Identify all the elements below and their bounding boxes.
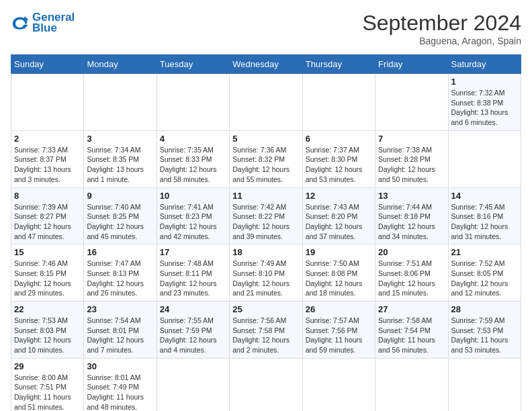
calendar-day: 20Sunrise: 7:51 AMSunset: 8:06 PMDayligh… [375,244,448,302]
calendar-day: 2Sunrise: 7:33 AMSunset: 8:37 PMDaylight… [11,130,84,187]
calendar-day: 14Sunrise: 7:45 AMSunset: 8:16 PMDayligh… [448,187,521,244]
calendar-day [157,358,229,411]
calendar-day [448,130,521,187]
calendar-day [375,358,448,411]
calendar-day: 9Sunrise: 7:40 AMSunset: 8:25 PMDaylight… [84,187,157,244]
calendar-day: 25Sunrise: 7:56 AMSunset: 7:58 PMDayligh… [230,302,302,359]
calendar-week: 8Sunrise: 7:39 AMSunset: 8:27 PMDaylight… [11,187,521,244]
calendar-day: 6Sunrise: 7:37 AMSunset: 8:30 PMDaylight… [302,130,375,187]
calendar-day [302,358,375,411]
calendar-day: 5Sunrise: 7:36 AMSunset: 8:32 PMDaylight… [230,130,302,187]
col-header-thursday: Thursday [302,55,375,74]
calendar-day: 7Sunrise: 7:38 AMSunset: 8:28 PMDaylight… [375,130,448,187]
col-header-tuesday: Tuesday [157,55,229,74]
calendar-week: 22Sunrise: 7:53 AMSunset: 8:03 PMDayligh… [11,302,521,359]
calendar-week: 2Sunrise: 7:33 AMSunset: 8:37 PMDaylight… [11,130,521,187]
empty-cell [84,74,157,131]
calendar-day: 12Sunrise: 7:43 AMSunset: 8:20 PMDayligh… [302,187,375,244]
calendar-day: 19Sunrise: 7:50 AMSunset: 8:08 PMDayligh… [302,244,375,302]
calendar-day: 16Sunrise: 7:47 AMSunset: 8:13 PMDayligh… [84,244,157,302]
calendar-week: 1Sunrise: 7:32 AMSunset: 8:38 PMDaylight… [11,74,521,131]
calendar-day: 27Sunrise: 7:58 AMSunset: 7:54 PMDayligh… [375,302,448,359]
col-header-friday: Friday [375,55,448,74]
calendar-day: 15Sunrise: 7:46 AMSunset: 8:15 PMDayligh… [11,244,84,302]
calendar-day: 24Sunrise: 7:55 AMSunset: 7:59 PMDayligh… [157,302,229,359]
empty-cell [302,74,375,131]
empty-cell [230,74,302,131]
col-header-sunday: Sunday [11,55,84,74]
col-header-monday: Monday [84,55,157,74]
header-row: SundayMondayTuesdayWednesdayThursdayFrid… [11,55,521,74]
calendar-day: 28Sunrise: 7:59 AMSunset: 7:53 PMDayligh… [448,302,521,359]
empty-cell [11,74,84,131]
title-block: September 2024 Baguena, Aragon, Spain [362,11,521,46]
col-header-saturday: Saturday [448,55,521,74]
calendar-day: 17Sunrise: 7:48 AMSunset: 8:11 PMDayligh… [157,244,229,302]
calendar-day: 1Sunrise: 7:32 AMSunset: 8:38 PMDaylight… [448,74,521,131]
logo: General Blue [11,11,75,35]
calendar-day: 3Sunrise: 7:34 AMSunset: 8:35 PMDaylight… [84,130,157,187]
empty-cell [375,74,448,131]
empty-cell [157,74,229,131]
calendar-week: 29Sunrise: 8:00 AMSunset: 7:51 PMDayligh… [11,358,521,411]
logo-icon [11,13,30,32]
calendar-day: 30Sunrise: 8:01 AMSunset: 7:49 PMDayligh… [84,358,157,411]
calendar-day: 29Sunrise: 8:00 AMSunset: 7:51 PMDayligh… [11,358,84,411]
page-header: General Blue September 2024 Baguena, Ara… [11,11,521,46]
col-header-wednesday: Wednesday [230,55,302,74]
calendar-day: 23Sunrise: 7:54 AMSunset: 8:01 PMDayligh… [84,302,157,359]
month-title: September 2024 [362,11,521,36]
calendar-day: 4Sunrise: 7:35 AMSunset: 8:33 PMDaylight… [157,130,229,187]
location: Baguena, Aragon, Spain [362,36,521,46]
logo-text: General Blue [32,11,75,35]
calendar-day: 13Sunrise: 7:44 AMSunset: 8:18 PMDayligh… [375,187,448,244]
calendar-day: 21Sunrise: 7:52 AMSunset: 8:05 PMDayligh… [448,244,521,302]
calendar-day: 26Sunrise: 7:57 AMSunset: 7:56 PMDayligh… [302,302,375,359]
calendar-day: 18Sunrise: 7:49 AMSunset: 8:10 PMDayligh… [230,244,302,302]
calendar-day: 11Sunrise: 7:42 AMSunset: 8:22 PMDayligh… [230,187,302,244]
calendar-day: 8Sunrise: 7:39 AMSunset: 8:27 PMDaylight… [11,187,84,244]
calendar-day [448,358,521,411]
calendar-day: 10Sunrise: 7:41 AMSunset: 8:23 PMDayligh… [157,187,229,244]
calendar-day: 22Sunrise: 7:53 AMSunset: 8:03 PMDayligh… [11,302,84,359]
calendar-table: SundayMondayTuesdayWednesdayThursdayFrid… [11,54,521,411]
calendar-day [230,358,302,411]
calendar-week: 15Sunrise: 7:46 AMSunset: 8:15 PMDayligh… [11,244,521,302]
